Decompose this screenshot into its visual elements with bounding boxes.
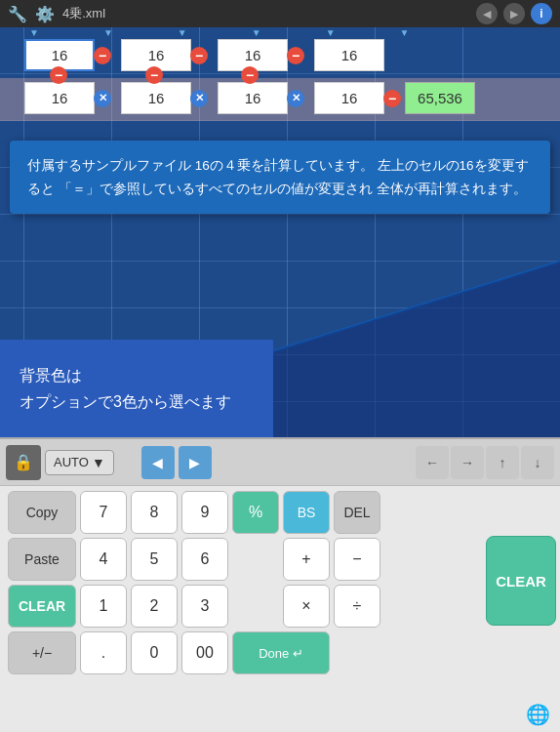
done-key[interactable]: Done ↵ <box>232 631 330 674</box>
nav-right-button[interactable]: ▶ <box>179 446 212 479</box>
key-del[interactable]: DEL <box>334 491 380 534</box>
info-overlay: 付属するサンプルファイル 16の４乗を計算しています。 左上のセルの16を変更す… <box>0 133 560 222</box>
gear-icon: ⚙️ <box>35 5 55 23</box>
x-btn-r2c3[interactable]: ✕ <box>287 90 304 107</box>
arrow-up-button[interactable]: ↑ <box>486 446 519 479</box>
key-minus[interactable]: − <box>334 538 380 581</box>
minus-bottom-3[interactable]: − <box>241 66 259 84</box>
forward-button[interactable]: ▶ <box>503 3 525 24</box>
bg-color-text: 背景色はオプションで3色から選べます <box>20 362 231 415</box>
key-7[interactable]: 7 <box>80 491 127 534</box>
minus-btn-r1c3[interactable]: − <box>287 47 304 64</box>
auto-button[interactable]: AUTO ▼ <box>45 450 114 475</box>
key-4[interactable]: 4 <box>80 538 127 581</box>
back-button[interactable]: ◀ <box>476 3 498 24</box>
tri-1: ▼ <box>29 27 39 38</box>
key-plus[interactable]: + <box>283 538 330 581</box>
copy-key[interactable]: Copy <box>8 491 76 534</box>
x-btn-r2c1[interactable]: ✕ <box>94 90 111 107</box>
key-bs[interactable]: BS <box>283 491 330 534</box>
lock-button[interactable]: 🔒 <box>6 445 41 480</box>
cell-r2c2[interactable]: 16 <box>121 82 191 114</box>
globe-icon[interactable]: 🌐 <box>526 703 550 726</box>
app-icon: 🔧 <box>8 5 27 23</box>
key-divide[interactable]: ÷ <box>334 585 380 628</box>
tri-5: ▼ <box>326 27 336 38</box>
auto-down-arrow: ▼ <box>92 455 105 470</box>
key-1[interactable]: 1 <box>80 585 127 628</box>
spreadsheet-area: ▼ ▼ ▼ ▼ ▼ ▼ 16 − 16 − 16 − 16 − − − <box>0 27 560 437</box>
clear-key[interactable]: CLEAR <box>8 585 76 628</box>
bottom-panel: 🔒 AUTO ▼ ◀ ▶ ← → ↑ ↓ <box>0 437 560 732</box>
arrow-down-icon: ↓ <box>535 455 541 470</box>
x-btn-r2c2[interactable]: ✕ <box>190 90 208 107</box>
clear-big-button[interactable]: CLEAR <box>486 536 556 626</box>
minus-btn-r2c4[interactable]: − <box>383 90 401 107</box>
toolbar-row: 🔒 AUTO ▼ ◀ ▶ ← → ↑ ↓ <box>0 439 560 486</box>
arrow-left-button[interactable]: ← <box>416 446 449 479</box>
nav-left-button[interactable]: ◀ <box>141 446 175 479</box>
tri-4: ▼ <box>252 27 261 38</box>
lock-icon: 🔒 <box>14 453 33 471</box>
cell-r1c4[interactable]: 16 <box>314 39 384 71</box>
key-3[interactable]: 3 <box>181 585 228 628</box>
cell-r2c1[interactable]: 16 <box>24 82 95 114</box>
keypad-row3: CLEAR 1 2 3 × ÷ CLEAR <box>8 585 552 628</box>
paste-key[interactable]: Paste <box>8 538 76 581</box>
arrow-up-icon: ↑ <box>500 455 506 470</box>
bg-color-section: 背景色はオプションで3色から選べます <box>0 340 273 437</box>
tri-3: ▼ <box>178 27 187 38</box>
key-2[interactable]: 2 <box>131 585 178 628</box>
key-5[interactable]: 5 <box>131 538 178 581</box>
row1-bottom-minus: − − − <box>24 66 259 84</box>
nav-left-icon: ◀ <box>152 455 163 470</box>
minus-bottom-1[interactable]: − <box>50 66 67 84</box>
arrow-left-icon: ← <box>425 455 439 470</box>
auto-label: AUTO <box>54 455 89 469</box>
tri-2: ▼ <box>103 27 113 38</box>
row2: 16 ✕ 16 ✕ 16 ✕ 16 − 65,536 <box>24 82 475 114</box>
keypad-row4: +/− . 0 00 Done ↵ <box>8 631 552 674</box>
titlebar: 🔧 ⚙️ 4乗.xml ◀ ▶ i <box>0 0 560 27</box>
key-9[interactable]: 9 <box>181 491 228 534</box>
key-6[interactable]: 6 <box>181 538 228 581</box>
key-multiply[interactable]: × <box>283 585 330 628</box>
globe-symbol: 🌐 <box>526 704 550 725</box>
key-dot[interactable]: . <box>80 631 127 674</box>
filename: 4乗.xml <box>62 5 105 22</box>
key-empty-r3 <box>232 585 279 628</box>
arrow-right-button[interactable]: → <box>451 446 484 479</box>
keypad-row1: Copy 7 8 9 % BS DEL <box>8 491 552 534</box>
key-8[interactable]: 8 <box>131 491 178 534</box>
nav-right-icon: ▶ <box>189 455 200 470</box>
key-00[interactable]: 00 <box>181 631 228 674</box>
info-button[interactable]: i <box>531 3 552 24</box>
tri-6: ▼ <box>400 27 410 38</box>
arrow-down-button[interactable]: ↓ <box>521 446 554 479</box>
key-0[interactable]: 0 <box>131 631 178 674</box>
key-plusminus[interactable]: +/− <box>8 631 76 674</box>
minus-bottom-2[interactable]: − <box>145 66 163 84</box>
titlebar-nav: ◀ ▶ i <box>476 3 552 24</box>
keypad-area: Copy 7 8 9 % BS DEL Paste <box>0 486 560 683</box>
key-percent[interactable]: % <box>232 491 279 534</box>
arrow-right-icon: → <box>460 455 474 470</box>
cell-r2c3[interactable]: 16 <box>218 82 288 114</box>
keypad-row2: Paste 4 5 6 + − <box>8 538 552 581</box>
cell-r2c4[interactable]: 16 <box>314 82 384 114</box>
key-empty-r2 <box>232 538 279 581</box>
minus-btn-r1c1[interactable]: − <box>94 47 111 64</box>
info-text: 付属するサンプルファイル 16の４乗を計算しています。 左上のセルの16を変更す… <box>27 154 533 200</box>
minus-btn-r1c2[interactable]: − <box>190 47 208 64</box>
cell-result[interactable]: 65,536 <box>405 82 475 114</box>
